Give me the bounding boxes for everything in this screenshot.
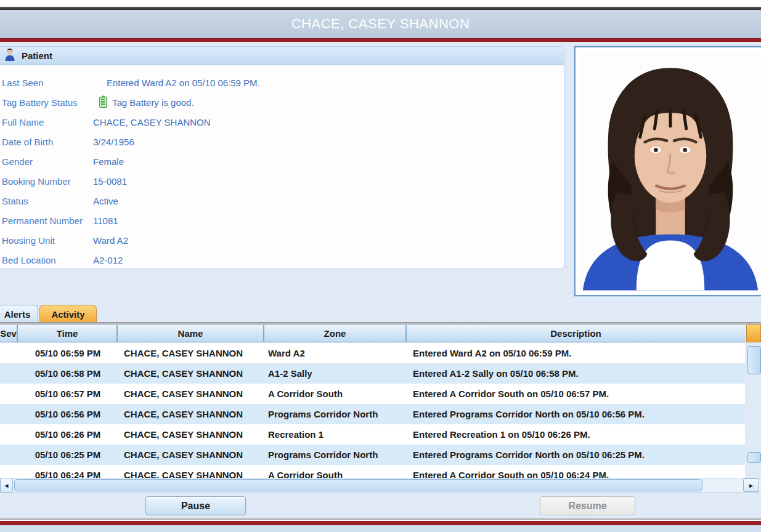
info-row-status: Status Active bbox=[2, 191, 564, 211]
patient-icon bbox=[4, 48, 15, 63]
info-row-permanent-number: Permanent Number 11081 bbox=[2, 211, 564, 230]
activity-table-body: 05/10 06:59 PM CHACE, CASEY SHANNON Ward… bbox=[0, 343, 745, 478]
cell-zone: Programs Corridor North bbox=[264, 449, 407, 460]
cell-time: 05/10 06:58 PM bbox=[18, 368, 118, 379]
info-row-bed-location: Bed Location A2-012 bbox=[2, 250, 564, 269]
footer-strip bbox=[0, 525, 761, 532]
cell-description: Entered Programs Corridor North on 05/10… bbox=[407, 449, 745, 460]
patient-panel-title: Patient bbox=[22, 50, 52, 61]
cell-name: CHACE, CASEY SHANNON bbox=[118, 409, 264, 419]
table-row-partial[interactable]: 05/10 06:24 PM CHACE, CASEY SHANNON A Co… bbox=[0, 465, 745, 478]
page-title: CHACE, CASEY SHANNON bbox=[291, 16, 470, 32]
column-header-time[interactable]: Time bbox=[18, 324, 118, 342]
cell-zone: Programs Corridor North bbox=[264, 409, 407, 419]
title-bar: CHACE, CASEY SHANNON bbox=[0, 10, 761, 38]
cell-description: Entered Recreation 1 on 05/10 06:26 PM. bbox=[407, 429, 745, 440]
table-row[interactable]: 05/10 06:26 PM CHACE, CASEY SHANNON Recr… bbox=[0, 424, 745, 445]
field-label: Date of Birth bbox=[2, 137, 93, 147]
cell-name: CHACE, CASEY SHANNON bbox=[118, 389, 264, 399]
horizontal-scrollbar-thumb[interactable] bbox=[14, 479, 702, 491]
field-label: Gender bbox=[2, 156, 93, 167]
column-header-zone[interactable]: Zone bbox=[264, 324, 407, 342]
tab-activity-label: Activity bbox=[51, 309, 84, 320]
cell-zone: Recreation 1 bbox=[264, 429, 407, 440]
field-value: 3/24/1956 bbox=[93, 137, 134, 147]
cell-time: 05/10 06:24 PM bbox=[18, 470, 118, 478]
vertical-scrollbar-thumb[interactable] bbox=[747, 346, 761, 374]
left-arrow-icon: ◄ bbox=[4, 482, 10, 489]
patient-info-panel: Patient Last Seen Entered Ward A2 on 05/… bbox=[0, 46, 564, 269]
field-label: Booking Number bbox=[2, 176, 93, 187]
cell-description: Entered A Corridor South on 05/10 06:57 … bbox=[407, 389, 745, 399]
field-value: CHACE, CASEY SHANNON bbox=[93, 117, 211, 127]
column-header-name[interactable]: Name bbox=[118, 324, 264, 342]
field-label: Last Seen bbox=[2, 78, 93, 88]
field-value: 11081 bbox=[93, 216, 118, 226]
cell-name: CHACE, CASEY SHANNON bbox=[118, 449, 264, 460]
field-label: Bed Location bbox=[2, 255, 93, 265]
cell-name: CHACE, CASEY SHANNON bbox=[118, 368, 264, 379]
cell-zone: Ward A2 bbox=[264, 348, 407, 358]
scroll-right-button[interactable]: ► bbox=[743, 478, 759, 492]
table-row[interactable]: 05/10 06:58 PM CHACE, CASEY SHANNON A1-2… bbox=[0, 363, 745, 384]
field-value: 15-0081 bbox=[93, 176, 127, 187]
field-value: Ward A2 bbox=[93, 235, 128, 246]
footer-divider bbox=[0, 518, 761, 520]
field-value: Entered Ward A2 on 05/10 06:59 PM. bbox=[107, 78, 260, 88]
cell-time: 05/10 06:57 PM bbox=[18, 389, 118, 399]
field-label: Status bbox=[2, 196, 93, 206]
field-label: Housing Unit bbox=[2, 235, 93, 246]
table-row[interactable]: 05/10 06:59 PM CHACE, CASEY SHANNON Ward… bbox=[0, 343, 745, 363]
cell-description: Entered Ward A2 on 05/10 06:59 PM. bbox=[407, 348, 745, 358]
info-row-full-name: Full Name CHACE, CASEY SHANNON bbox=[2, 112, 564, 132]
cell-name: CHACE, CASEY SHANNON bbox=[118, 348, 264, 358]
cell-description: Entered A Corridor South on 05/10 06:24 … bbox=[407, 470, 745, 478]
cell-description: Entered Programs Corridor North on 05/10… bbox=[407, 409, 745, 419]
cell-time: 05/10 06:56 PM bbox=[18, 409, 118, 419]
patient-panel-header: Patient bbox=[0, 47, 564, 65]
red-divider-bottom bbox=[0, 521, 761, 525]
info-row-housing-unit: Housing Unit Ward A2 bbox=[2, 230, 564, 250]
patient-photo bbox=[579, 51, 761, 291]
cell-zone: A Corridor South bbox=[264, 389, 407, 399]
pause-button[interactable]: Pause bbox=[145, 496, 246, 515]
cell-zone: A1-2 Sally bbox=[264, 368, 407, 379]
info-row-date-of-birth: Date of Birth 3/24/1956 bbox=[2, 132, 564, 151]
field-value: Tag Battery is good. bbox=[99, 95, 194, 110]
activity-table-header: Sev Time Name Zone Description bbox=[0, 324, 745, 342]
field-label: Full Name bbox=[2, 117, 93, 127]
column-header-sev[interactable]: Sev bbox=[0, 324, 18, 342]
right-arrow-icon: ► bbox=[748, 482, 754, 489]
table-row[interactable]: 05/10 06:25 PM CHACE, CASEY SHANNON Prog… bbox=[0, 445, 745, 465]
battery-status-text: Tag Battery is good. bbox=[112, 97, 194, 108]
battery-icon bbox=[99, 95, 107, 110]
cell-time: 05/10 06:26 PM bbox=[18, 429, 118, 440]
cell-name: CHACE, CASEY SHANNON bbox=[118, 470, 264, 478]
field-value: Female bbox=[93, 156, 124, 167]
tab-activity[interactable]: Activity bbox=[39, 305, 97, 323]
patient-photo-frame bbox=[574, 46, 761, 296]
tab-alerts[interactable]: Alerts bbox=[0, 305, 38, 323]
field-label: Tag Battery Status bbox=[2, 97, 93, 108]
field-label: Permanent Number bbox=[2, 216, 93, 226]
cell-time: 05/10 06:59 PM bbox=[18, 348, 118, 358]
column-header-description[interactable]: Description bbox=[407, 324, 745, 342]
table-row[interactable]: 05/10 06:57 PM CHACE, CASEY SHANNON A Co… bbox=[0, 384, 745, 404]
header-corner-block bbox=[746, 324, 761, 342]
cell-zone: A Corridor South bbox=[264, 470, 407, 478]
cell-time: 05/10 06:25 PM bbox=[18, 449, 118, 460]
patient-panel-body: Last Seen Entered Ward A2 on 05/10 06:59… bbox=[0, 65, 564, 269]
tab-alerts-label: Alerts bbox=[4, 309, 31, 320]
cell-description: Entered A1-2 Sally on 05/10 06:58 PM. bbox=[407, 368, 745, 379]
table-row[interactable]: 05/10 06:56 PM CHACE, CASEY SHANNON Prog… bbox=[0, 404, 745, 424]
vertical-scrollbar-fragment[interactable] bbox=[747, 452, 761, 463]
info-row-last-seen: Last Seen Entered Ward A2 on 05/10 06:59… bbox=[2, 73, 564, 92]
scroll-left-button[interactable]: ◄ bbox=[0, 478, 13, 493]
info-row-tag-battery: Tag Battery Status Tag Battery is good. bbox=[2, 92, 564, 112]
resume-button: Resume bbox=[540, 496, 635, 515]
cell-name: CHACE, CASEY SHANNON bbox=[118, 429, 264, 440]
field-value: A2-012 bbox=[93, 255, 123, 265]
info-row-booking-number: Booking Number 15-0081 bbox=[2, 171, 564, 191]
field-value: Active bbox=[93, 196, 118, 206]
info-row-gender: Gender Female bbox=[2, 151, 564, 171]
